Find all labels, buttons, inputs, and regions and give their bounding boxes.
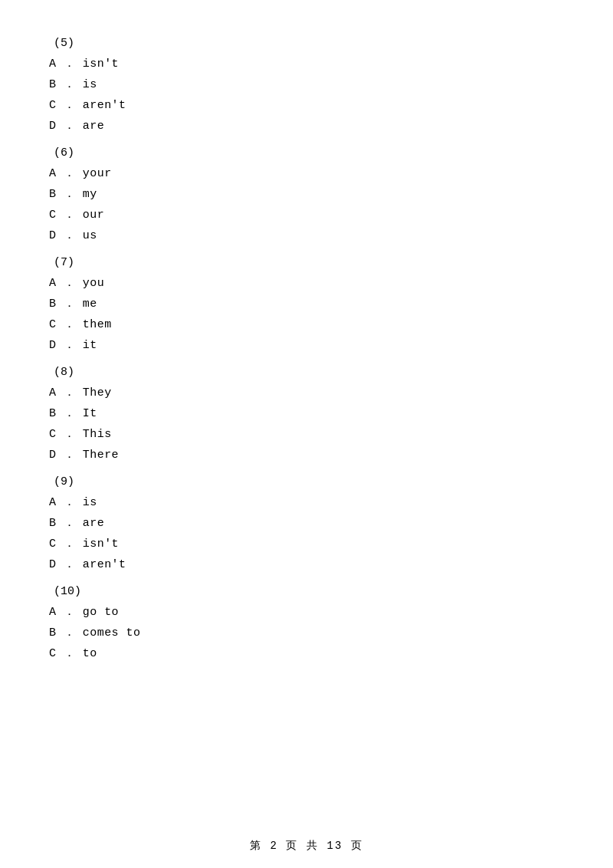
questions-container: (5)A ． isn'tB ． isC ． aren'tD ． are(6)A … (46, 37, 567, 660)
option-7-c: C ． them (46, 317, 567, 331)
question-number-10: (10) (46, 585, 567, 598)
option-10-c: C ． to (46, 646, 567, 660)
option-6-b: B ． my (46, 186, 567, 201)
option-6-c: C ． our (46, 207, 567, 222)
footer-text: 第 2 页 共 13 页 (250, 840, 363, 852)
option-9-d: D ． aren't (46, 557, 567, 571)
option-7-d: D ． it (46, 337, 567, 352)
option-8-d: D ． There (46, 447, 567, 462)
option-8-a: A ． They (46, 385, 567, 399)
page-footer: 第 2 页 共 13 页 (0, 839, 613, 853)
option-6-a: A ． your (46, 166, 567, 180)
question-number-9: (9) (46, 475, 567, 488)
option-8-c: C ． This (46, 426, 567, 441)
question-number-5: (5) (46, 37, 567, 50)
option-9-c: C ． isn't (46, 536, 567, 551)
question-number-7: (7) (46, 256, 567, 269)
option-5-d: D ． are (46, 118, 567, 133)
page-content: (5)A ． isn'tB ． isC ． aren'tD ． are(6)A … (0, 0, 613, 712)
option-5-b: B ． is (46, 77, 567, 91)
option-9-a: A ． is (46, 495, 567, 509)
option-7-b: B ． me (46, 296, 567, 311)
question-number-6: (6) (46, 146, 567, 159)
option-5-c: C ． aren't (46, 97, 567, 112)
option-8-b: B ． It (46, 406, 567, 420)
option-10-b: B ． comes to (46, 625, 567, 639)
option-10-a: A ． go to (46, 604, 567, 619)
option-9-b: B ． are (46, 515, 567, 530)
option-5-a: A ． isn't (46, 56, 567, 71)
option-6-d: D ． us (46, 228, 567, 242)
option-7-a: A ． you (46, 275, 567, 290)
question-number-8: (8) (46, 366, 567, 379)
